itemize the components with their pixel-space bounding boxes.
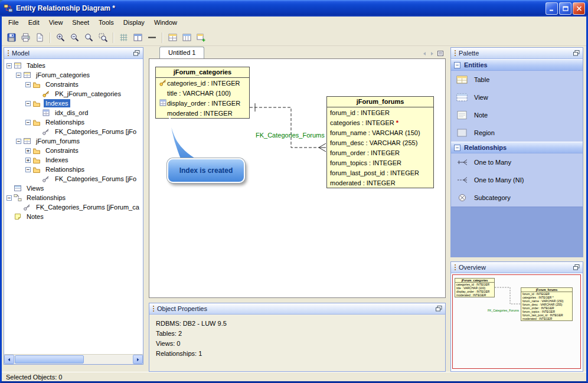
restore-icon[interactable] xyxy=(572,50,580,57)
entity-table-jforum-forums[interactable]: jForum_forumsforum_id : INTEGERcategorie… xyxy=(326,96,434,188)
table-new-button[interactable] xyxy=(194,31,208,44)
scroll-left-button[interactable] xyxy=(4,355,14,364)
tree-expander-icon[interactable]: − xyxy=(6,63,12,68)
diagram-canvas[interactable]: FK_Categories_Forums Index is created jF… xyxy=(149,58,446,298)
palette-item-one-to-many-ni[interactable]: One to Many (NI) xyxy=(451,171,583,189)
restore-icon[interactable] xyxy=(132,50,141,57)
entity-field[interactable]: forum_name : VARCHAR (150) xyxy=(327,127,433,138)
tree-item-pk-jforum-categories[interactable]: PK_jForum_categories xyxy=(4,89,143,99)
zoom-out-button[interactable] xyxy=(68,31,81,44)
tree-item-indexes[interactable]: +Indexes xyxy=(4,155,143,165)
restore-icon[interactable] xyxy=(435,305,443,312)
palette-section-relationships[interactable]: −Relationships xyxy=(451,142,583,153)
tree-expander-icon[interactable]: − xyxy=(16,139,21,144)
palette-item-note[interactable]: Note xyxy=(451,106,583,124)
palette-item-view[interactable]: View xyxy=(451,89,583,106)
menu-file[interactable]: File xyxy=(4,17,24,30)
collapse-icon[interactable]: − xyxy=(454,62,460,68)
tree-expander-icon[interactable]: − xyxy=(25,82,31,87)
model-panel-header[interactable]: Model xyxy=(4,48,143,59)
entity-field[interactable]: forum_topics : INTEGER xyxy=(327,158,433,168)
collapse-icon[interactable]: − xyxy=(454,145,460,151)
entity-field[interactable]: forum_last_post_id : INTEGER xyxy=(327,168,433,178)
print-button[interactable] xyxy=(19,31,32,44)
menu-view[interactable]: View xyxy=(44,17,68,30)
tree-expander-icon[interactable]: + xyxy=(25,158,31,163)
entity-field[interactable]: forum_desc : VARCHAR (255) xyxy=(327,138,433,148)
scroll-right-button[interactable] xyxy=(133,355,143,364)
entity-table-jforum-categories[interactable]: jForum_categoriescategories_id : INTEGER… xyxy=(155,67,250,119)
table-grid-button[interactable] xyxy=(166,31,179,44)
tree-item-label: Indexes xyxy=(44,156,70,164)
tab-navigation xyxy=(422,51,446,58)
straight-line-button[interactable] xyxy=(145,31,159,44)
menu-sheet[interactable]: Sheet xyxy=(67,17,94,30)
mandatory-mark: * xyxy=(396,119,398,126)
horizontal-scrollbar[interactable] xyxy=(4,354,143,364)
table-columns-button[interactable] xyxy=(180,31,194,44)
scroll-track[interactable] xyxy=(14,355,133,364)
tree-item-relationships[interactable]: −Relationships xyxy=(4,165,143,174)
minimize-button[interactable] xyxy=(545,2,558,15)
overview-header[interactable]: Overview xyxy=(451,262,583,273)
tab-scroll-left-icon[interactable] xyxy=(422,51,427,56)
tree-expander-icon[interactable]: − xyxy=(25,167,31,172)
tree-item-constraints[interactable]: +Constraints xyxy=(4,146,143,155)
callout-balloon[interactable]: Index is created xyxy=(167,158,245,183)
tree-item-indexes[interactable]: −Indexes xyxy=(4,99,143,108)
tree-item-constraints[interactable]: −Constraints xyxy=(4,80,143,89)
tree-expander-icon[interactable]: − xyxy=(25,120,31,125)
palette-item-table[interactable]: Table xyxy=(451,71,583,89)
sheet-list-icon[interactable] xyxy=(437,51,443,56)
entity-field[interactable]: moderated : INTEGER xyxy=(327,178,433,188)
grid-button[interactable] xyxy=(117,31,130,44)
tree-item-jforum-categories[interactable]: −jForum_categories xyxy=(4,70,143,80)
close-button[interactable] xyxy=(573,2,585,15)
tree-item-relationships[interactable]: −Relationships xyxy=(4,117,143,127)
print-preview-button[interactable] xyxy=(33,31,47,44)
maximize-button[interactable] xyxy=(559,2,571,15)
palette-item-region[interactable]: Region xyxy=(451,124,583,142)
entity-field[interactable]: display_order : INTEGER xyxy=(156,98,249,108)
menu-display[interactable]: Display xyxy=(119,17,149,30)
restore-icon[interactable] xyxy=(572,264,580,271)
palette-item-one-to-many[interactable]: One to Many xyxy=(451,153,583,171)
tab-untitled-1[interactable]: Untitled 1 xyxy=(159,47,204,58)
entity-field[interactable]: forum_order : INTEGER xyxy=(327,148,433,158)
entity-field[interactable]: title : VARCHAR (100) xyxy=(156,88,249,98)
menu-tools[interactable]: Tools xyxy=(94,17,119,30)
zoom-in-button[interactable] xyxy=(54,31,67,44)
tree-expander-icon[interactable]: + xyxy=(25,148,31,153)
entity-field[interactable]: categories : INTEGER* xyxy=(327,117,433,127)
zoom-selection-button[interactable] xyxy=(96,31,110,44)
tree-item-fk-categories-forums-jforum-ca[interactable]: FK_Categories_Forums [jForum_ca xyxy=(4,202,143,212)
palette-section-entities[interactable]: −Entities xyxy=(451,59,583,71)
tree-expander-icon[interactable]: − xyxy=(25,101,31,106)
palette-header[interactable]: Palette xyxy=(451,48,583,59)
tree-item-fk-categories-forums-jfo[interactable]: FK_Categories_Forums [jFo xyxy=(4,174,143,184)
folder-icon xyxy=(32,156,42,164)
relationship-label[interactable]: FK_Categories_Forums xyxy=(256,132,325,139)
tree-item-notes[interactable]: Notes xyxy=(4,212,143,221)
scroll-thumb[interactable] xyxy=(15,355,84,364)
entity-field[interactable]: forum_id : INTEGER xyxy=(327,107,433,117)
tree-item-tables[interactable]: −Tables xyxy=(4,61,143,70)
save-button[interactable] xyxy=(5,31,18,44)
zoom-original-button[interactable] xyxy=(82,31,96,44)
menu-window[interactable]: Window xyxy=(149,17,182,30)
tree-expander-icon[interactable]: − xyxy=(16,73,21,78)
tile-horizontal-button[interactable] xyxy=(131,31,145,44)
tree-item-fk-categories-forums-jfo[interactable]: FK_Categories_Forums [jFo xyxy=(4,127,143,136)
tab-scroll-right-icon[interactable] xyxy=(430,51,435,56)
tree-expander-icon[interactable]: − xyxy=(6,195,12,201)
overview-body[interactable]: FK_Categories_Forums jForum_categoriesca… xyxy=(451,273,583,371)
title-bar[interactable]: Entity Relationship Diagram * xyxy=(0,0,588,17)
tree-item-views[interactable]: Views xyxy=(4,184,143,193)
tree-item-idx-dis-ord[interactable]: idx_dis_ord xyxy=(4,108,143,117)
tree-item-relationships[interactable]: −Relationships xyxy=(4,193,143,202)
object-properties-header[interactable]: Object Properties xyxy=(149,303,445,315)
palette-item-subcategory[interactable]: Subcategory xyxy=(451,189,583,207)
menu-edit[interactable]: Edit xyxy=(24,17,44,30)
entity-field[interactable]: categories_id : INTEGER xyxy=(156,78,249,88)
tree-item-jforum-forums[interactable]: −jForum_forums xyxy=(4,136,143,146)
